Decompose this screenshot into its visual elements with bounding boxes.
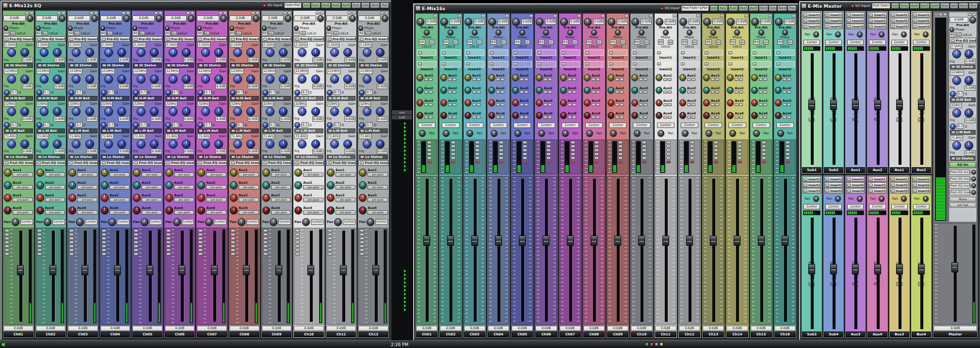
aux-send-knob-aux2[interactable] <box>512 87 519 94</box>
band-freq-knob[interactable] <box>330 75 339 83</box>
aux-send-knob-aux2[interactable] <box>327 181 335 189</box>
aux-send-knob-aux2[interactable] <box>631 87 638 94</box>
band-q-knob[interactable] <box>68 122 74 128</box>
aux-send-knob-aux1[interactable] <box>679 74 686 81</box>
band-gain-knob[interactable] <box>311 48 320 57</box>
aux-pre-button[interactable] <box>711 78 715 81</box>
aux-pre-post-button[interactable]: pre-post <box>368 185 388 190</box>
insert-enable-button[interactable] <box>776 63 780 65</box>
aux-send-knob-aux4[interactable] <box>488 112 495 119</box>
band-gain-knob[interactable] <box>117 140 126 148</box>
post-eq-insert-bar-button[interactable] <box>69 161 73 164</box>
insert-enable-button[interactable] <box>657 51 661 54</box>
meter-option-button[interactable] <box>451 145 455 148</box>
phase-knob[interactable] <box>949 27 954 32</box>
pan-knob[interactable] <box>12 218 19 226</box>
insert-button[interactable]: Insert3 <box>868 188 886 193</box>
header-button-inst[interactable]: Inst <box>710 5 718 11</box>
band-q-knob[interactable] <box>230 90 236 95</box>
fader-option-button[interactable] <box>360 249 364 252</box>
aux-send-knob-aux1[interactable] <box>465 74 471 81</box>
band-q-knob[interactable] <box>294 90 300 95</box>
aux-post-button[interactable] <box>429 91 433 94</box>
aux-send-knob-aux4[interactable] <box>631 112 638 119</box>
aux-pre-button[interactable] <box>663 103 667 106</box>
aux-pre-button[interactable] <box>568 103 572 106</box>
phase-knob[interactable] <box>496 30 501 35</box>
aux-pre-post-button[interactable]: pre-post <box>13 185 33 190</box>
meter-option-button[interactable] <box>499 141 503 144</box>
pan-knob[interactable] <box>923 196 929 202</box>
band-freq-knob[interactable] <box>298 107 306 116</box>
locut-button[interactable]: LC <box>75 31 80 35</box>
meter-option-button[interactable] <box>642 153 646 156</box>
band-q-knob[interactable] <box>101 90 107 95</box>
meter-option-button[interactable] <box>690 145 694 148</box>
aux-post-button[interactable] <box>643 103 647 106</box>
aux-send-knob-aux3[interactable] <box>536 99 543 106</box>
band-enable-button[interactable] <box>360 129 364 132</box>
aux-post-button[interactable] <box>524 91 528 94</box>
pre-att-knob[interactable] <box>188 15 194 22</box>
insert-button[interactable]: Insert3 <box>868 24 886 29</box>
insert-slot[interactable] <box>680 49 699 56</box>
insert-button[interactable]: Insert2 <box>846 182 865 188</box>
band-gain-knob[interactable] <box>246 107 255 116</box>
phase-knob[interactable] <box>472 30 478 35</box>
meter-option-button[interactable] <box>475 141 480 144</box>
aux-post-button[interactable] <box>739 103 743 106</box>
meter-option-button[interactable] <box>451 149 455 152</box>
aux-pre-button[interactable] <box>568 91 572 94</box>
insert-enable-button[interactable] <box>913 184 917 187</box>
header-button-pres[interactable]: Pres <box>380 2 389 8</box>
meter-option-button[interactable] <box>714 149 718 152</box>
direct-out-button[interactable] <box>939 13 943 16</box>
direct-out-button[interactable] <box>744 15 748 17</box>
aux-send-knob-aux2[interactable] <box>656 87 662 94</box>
insert-enable-button[interactable] <box>847 25 851 28</box>
direct-out-button[interactable] <box>90 12 94 15</box>
fader-option-button[interactable] <box>198 249 203 252</box>
aux-pre-button[interactable] <box>544 91 547 94</box>
aux-post-button[interactable] <box>572 78 576 81</box>
aux-post-button[interactable] <box>596 91 600 94</box>
option-button[interactable] <box>943 13 947 16</box>
fader-option-button[interactable] <box>69 245 74 248</box>
fader-track[interactable] <box>369 229 383 323</box>
mute-button[interactable] <box>523 160 527 163</box>
band-enable-button[interactable] <box>134 97 138 100</box>
pre-att-knob[interactable] <box>775 18 783 26</box>
band-q-knob[interactable] <box>36 90 42 95</box>
header-button-solo[interactable]: Solo <box>361 2 370 8</box>
insert-enable-button[interactable] <box>869 184 873 187</box>
post-eq-insert-knob[interactable] <box>971 176 976 181</box>
fader-option-button[interactable] <box>295 237 300 240</box>
aux-send-knob-aux4[interactable] <box>584 112 591 119</box>
aux-pre-post-button[interactable]: pre-post <box>174 173 194 177</box>
band-q-knob[interactable] <box>133 122 139 128</box>
aux-send-knob-aux1[interactable] <box>703 74 710 81</box>
mono-button[interactable]: Mono <box>949 197 976 202</box>
band-q-knob[interactable] <box>327 90 333 95</box>
aux-pre-button[interactable] <box>424 116 428 119</box>
band-enable-button[interactable] <box>296 64 300 67</box>
insert-slot[interactable] <box>656 49 675 56</box>
aux-pre-post-button[interactable]: pre-post <box>110 173 130 177</box>
band-q-knob[interactable] <box>327 122 333 128</box>
meter-option-button[interactable] <box>642 157 646 159</box>
band-freq-knob[interactable] <box>330 140 339 148</box>
locut-button[interactable]: LC <box>301 31 306 35</box>
aux-pre-post-button[interactable]: pre-post <box>77 185 97 190</box>
aux-pre-post-button[interactable]: pre-post <box>45 185 65 190</box>
band-freq-knob[interactable] <box>266 48 274 57</box>
meter-option-button[interactable] <box>618 157 623 159</box>
aux-send-knob-aux2[interactable] <box>727 87 734 94</box>
fader-option-button[interactable] <box>5 237 9 240</box>
aux-send-knob-aux4[interactable] <box>262 206 270 214</box>
meter-option-button[interactable] <box>762 153 766 156</box>
aux-send-knob-aux4[interactable] <box>294 206 302 214</box>
fader-handle[interactable] <box>543 236 549 246</box>
aux-pre-post-button[interactable]: pre-post <box>303 173 323 177</box>
phase-knob[interactable] <box>543 30 549 35</box>
band-q-knob[interactable] <box>359 90 365 95</box>
